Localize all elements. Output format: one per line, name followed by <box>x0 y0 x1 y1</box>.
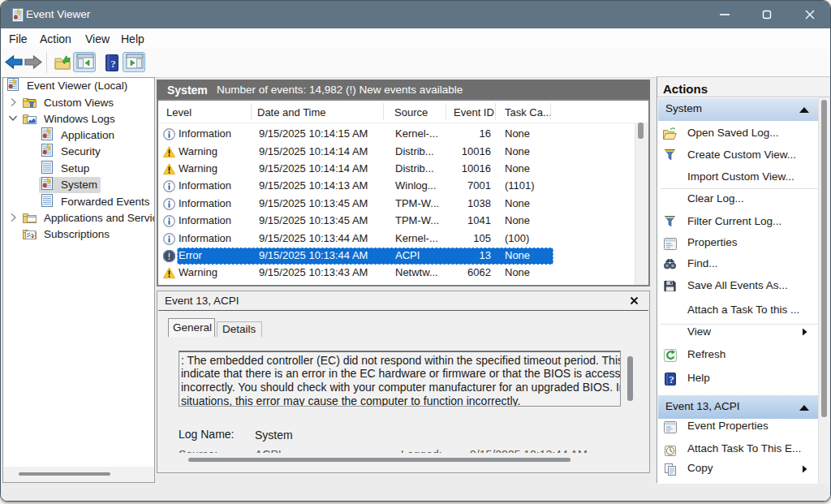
svg-text:?: ? <box>110 58 116 70</box>
